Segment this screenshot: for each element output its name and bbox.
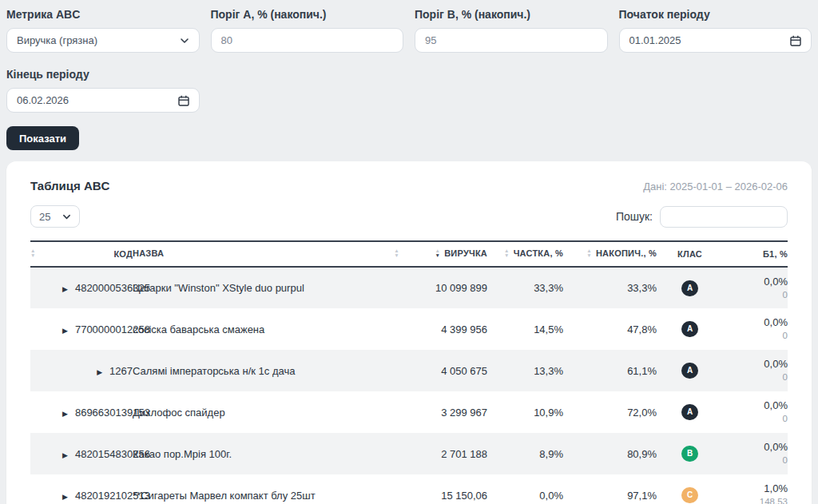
filter-panel: Метрика ABC Виручка (грязна) Поріг A, % … <box>6 8 812 150</box>
cumulative-cell: 33,3% <box>563 267 657 308</box>
row-spacer-cell <box>30 267 62 308</box>
name-value: Дихлофос спайдер <box>133 407 225 419</box>
column-header-name[interactable]: НАЗВА ▲▼ <box>133 241 399 267</box>
period-start-value: 01.01.2025 <box>629 34 681 46</box>
sort-icon: ▲▼ <box>504 248 510 258</box>
abc-table: ▲▼ КОД НАЗВА ▲▼ ▲▼ВИРУЧКА ▲▼ЧАСТКА, % ▲▼… <box>30 240 788 504</box>
class-badge: A <box>681 321 698 337</box>
expand-row-icon[interactable]: ▶ <box>62 451 68 459</box>
sort-icon: ▲▼ <box>394 248 399 258</box>
name-value: **Сигареты Марвел компакт блу 25шт <box>133 490 316 502</box>
row-spacer-cell <box>30 433 62 474</box>
period-end-label: Кінець періоду <box>6 68 200 81</box>
class-badge: C <box>681 487 698 503</box>
threshold-b-label: Поріг B, % (накопич.) <box>415 8 608 21</box>
name-value: Цигарки "Winston" XStyle duo purpul <box>133 282 304 294</box>
column-header-cumulative[interactable]: ▲▼НАКОПИЧ., % <box>563 241 657 267</box>
column-header-share[interactable]: ▲▼ЧАСТКА, % <box>487 241 563 267</box>
expand-row-icon[interactable]: ▶ <box>62 327 68 335</box>
page-size-select[interactable]: 25 <box>30 205 80 228</box>
expand-row-icon[interactable]: ▶ <box>97 368 102 376</box>
sort-icon-active-desc: ▲▼ <box>435 248 441 258</box>
table-row: ▶4820000536325 Цигарки "Winston" XStyle … <box>30 267 788 308</box>
b1-cell: 0,0% 0 <box>723 391 788 433</box>
share-cell: 13,3% <box>487 350 563 391</box>
column-header-expand[interactable]: ▲▼ <box>30 241 62 267</box>
calendar-icon[interactable] <box>178 95 189 106</box>
row-spacer-cell <box>30 350 62 391</box>
table-row: ▶7700000012258 сосіска баварська смажена… <box>30 308 788 350</box>
chevron-down-icon <box>180 36 189 46</box>
page-size-value: 25 <box>39 211 50 223</box>
column-header-b1: Б1, % <box>723 241 788 267</box>
name-cell: Дихлофос спайдер <box>133 391 399 433</box>
revenue-cell: 2 701 188 <box>399 433 487 474</box>
row-spacer-cell <box>30 474 62 504</box>
card-title: Таблиця ABC <box>30 179 109 192</box>
class-cell: A <box>657 267 723 308</box>
sort-icon: ▲▼ <box>586 248 592 258</box>
period-start-label: Початок періоду <box>619 8 812 21</box>
expand-row-icon[interactable]: ▶ <box>62 493 68 501</box>
column-header-class: КЛАС <box>657 241 723 267</box>
class-cell: B <box>657 433 723 474</box>
class-cell: A <box>657 350 723 391</box>
class-badge: A <box>681 280 698 296</box>
threshold-a-label: Поріг A, % (накопич.) <box>211 8 404 21</box>
abc-table-card: Таблиця ABC Дані: 2025-01-01 – 2026-02-0… <box>6 161 812 504</box>
row-spacer-cell <box>30 391 62 433</box>
b1-cell: 1,0% 148,53 <box>723 474 788 504</box>
sort-icon: ▲▼ <box>30 248 36 258</box>
search-label: Пошук: <box>616 210 653 223</box>
search-input[interactable] <box>660 206 788 228</box>
metric-select[interactable]: Виручка (грязна) <box>6 28 200 53</box>
name-cell: Цигарки "Winston" XStyle duo purpul <box>133 267 399 308</box>
show-button[interactable]: Показати <box>6 126 79 150</box>
class-cell: C <box>657 474 723 504</box>
column-header-revenue[interactable]: ▲▼ВИРУЧКА <box>399 241 487 267</box>
threshold-b-input[interactable] <box>415 28 608 53</box>
share-cell: 10,9% <box>487 391 563 433</box>
period-end-field: Кінець періоду 06.02.2026 <box>6 68 200 113</box>
b1-cell: 0,0% 0 <box>723 433 788 474</box>
threshold-a-input[interactable] <box>211 28 404 53</box>
cumulative-cell: 72,0% <box>563 391 657 433</box>
column-header-code[interactable]: КОД <box>62 241 133 267</box>
code-cell: ▶4820154830256 <box>62 433 133 474</box>
class-badge: A <box>681 363 698 379</box>
expand-row-icon[interactable]: ▶ <box>62 285 68 293</box>
expand-row-icon[interactable]: ▶ <box>62 410 68 418</box>
b1-cell: 0,0% 0 <box>723 308 788 350</box>
period-end-input[interactable]: 06.02.2026 <box>6 88 200 113</box>
share-cell: 14,5% <box>487 308 563 350</box>
b1-cell: 0,0% 0 <box>723 350 788 391</box>
table-row: ▶4820192102513 **Сигареты Марвел компакт… <box>30 474 788 504</box>
period-start-input[interactable]: 01.01.2025 <box>619 28 812 53</box>
period-start-field: Початок періоду 01.01.2025 <box>619 8 812 53</box>
class-cell: A <box>657 391 723 433</box>
class-badge: B <box>681 446 698 462</box>
code-cell: ▶1267 <box>62 350 133 391</box>
table-header-row: ▲▼ КОД НАЗВА ▲▼ ▲▼ВИРУЧКА ▲▼ЧАСТКА, % ▲▼… <box>30 241 788 267</box>
name-cell: Какао пор.Мрія 100г. <box>133 433 399 474</box>
cumulative-cell: 47,8% <box>563 308 657 350</box>
revenue-cell: 4 399 956 <box>399 308 487 350</box>
table-row: ▶4820154830256 Какао пор.Мрія 100г. 2 70… <box>30 433 788 474</box>
revenue-cell: 4 050 675 <box>399 350 487 391</box>
share-cell: 0,0% <box>487 474 563 504</box>
metric-value: Виручка (грязна) <box>17 34 97 46</box>
name-cell: сосіска баварська смажена <box>133 308 399 350</box>
share-cell: 33,3% <box>487 267 563 308</box>
threshold-a-field: Поріг A, % (накопич.) <box>211 8 404 53</box>
name-cell: Салямі імператорська н/к 1с дача <box>133 350 399 391</box>
cumulative-cell: 97,1% <box>563 474 657 504</box>
code-cell: ▶4820192102513 <box>62 474 133 504</box>
revenue-cell: 15 150,06 <box>399 474 487 504</box>
calendar-icon[interactable] <box>790 35 801 46</box>
cumulative-cell: 61,1% <box>563 350 657 391</box>
search-block: Пошук: <box>616 206 788 228</box>
table-row: ▶1267 Салямі імператорська н/к 1с дача 4… <box>30 350 788 391</box>
name-value: Салямі імператорська н/к 1с дача <box>133 365 295 377</box>
class-badge: A <box>681 404 698 420</box>
name-cell: **Сигареты Марвел компакт блу 25шт <box>133 474 399 504</box>
